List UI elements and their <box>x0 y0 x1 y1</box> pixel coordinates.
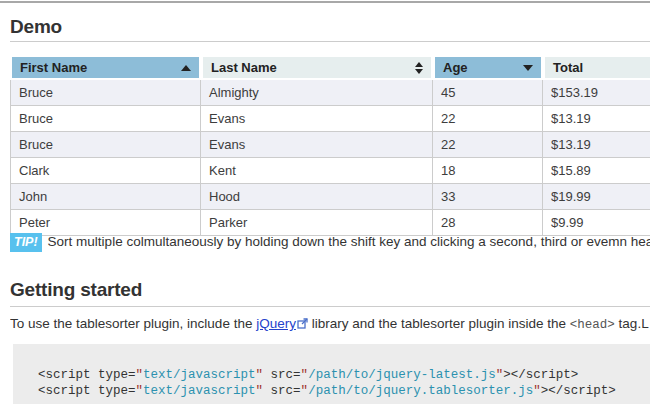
table-header-row: First NameLast NameAgeTotal <box>10 55 650 80</box>
table-cell: Bruce <box>10 80 201 106</box>
intro-paragraph: To use the tablesorter plugin, include t… <box>10 316 650 332</box>
intro-text-after-link: library and the tablesorter plugin insid… <box>308 316 570 331</box>
column-label: Age <box>443 60 468 75</box>
table-cell: 45 <box>433 80 543 106</box>
column-header-age[interactable]: Age <box>433 55 543 80</box>
page: Demo First NameLast NameAgeTotal BruceAl… <box>0 0 650 404</box>
column-header-total[interactable]: Total <box>543 55 650 80</box>
intro-text-before-link: To use the tablesorter plugin, include t… <box>10 316 256 331</box>
table-cell: $19.99 <box>543 184 650 210</box>
table-row: JohnHood33$19.99 <box>10 184 650 210</box>
external-link-icon <box>297 318 308 329</box>
table-row: ClarkKent18$15.89 <box>10 158 650 184</box>
table-cell: $153.19 <box>543 80 650 106</box>
table-cell: 33 <box>433 184 543 210</box>
table-cell: Bruce <box>10 132 201 158</box>
column-label: Total <box>553 60 583 75</box>
demo-heading: Demo <box>10 16 62 38</box>
table-cell: Hood <box>201 184 433 210</box>
getting-started-rule <box>10 306 650 307</box>
sort-asc-icon <box>181 65 191 71</box>
table-row: BruceEvans22$13.19 <box>10 132 650 158</box>
table-cell: Clark <box>10 158 201 184</box>
table-cell: John <box>10 184 201 210</box>
sort-desc-icon <box>523 65 533 71</box>
getting-started-heading: Getting started <box>10 279 142 301</box>
column-label: Last Name <box>211 60 277 75</box>
intro-text-end: tag.L <box>615 316 649 331</box>
table-cell: Evans <box>201 132 433 158</box>
table-row: BruceAlmighty45$153.19 <box>10 80 650 106</box>
column-header-last-name[interactable]: Last Name <box>201 55 433 80</box>
column-header-first-name[interactable]: First Name <box>10 55 201 80</box>
demo-table-container: First NameLast NameAgeTotal BruceAlmight… <box>10 55 650 236</box>
table-cell: 22 <box>433 106 543 132</box>
table-row: BruceEvans22$13.19 <box>10 106 650 132</box>
column-label: First Name <box>20 60 87 75</box>
table-cell: 22 <box>433 132 543 158</box>
tip-text: Sort multiple colmultaneously by holding… <box>48 234 650 249</box>
table-body: BruceAlmighty45$153.19BruceEvans22$13.19… <box>10 80 650 236</box>
table-cell: Evans <box>201 106 433 132</box>
sort-unsorted-icon <box>415 62 423 74</box>
code-line: <script type="text/javascript" src="/pat… <box>38 383 650 399</box>
top-divider <box>0 1 650 3</box>
table-cell: Bruce <box>10 106 201 132</box>
table-cell: Kent <box>201 158 433 184</box>
demo-heading-rule <box>10 41 650 42</box>
table-cell: 18 <box>433 158 543 184</box>
head-tag-inline-code: <head> <box>570 318 615 332</box>
tablesorter-demo-table: First NameLast NameAgeTotal BruceAlmight… <box>10 55 650 236</box>
tip-badge: TIP! <box>10 233 42 252</box>
jquery-link[interactable]: jQuery <box>256 316 296 331</box>
table-cell: $13.19 <box>543 132 650 158</box>
code-line: <script type="text/javascript" src="/pat… <box>38 367 650 383</box>
table-cell: Almighty <box>201 80 433 106</box>
table-cell: $13.19 <box>543 106 650 132</box>
tip-row: TIP!Sort multiple colmultaneously by hol… <box>10 233 650 252</box>
code-block: <script type="text/javascript" src="/pat… <box>13 344 650 404</box>
table-cell: $15.89 <box>543 158 650 184</box>
